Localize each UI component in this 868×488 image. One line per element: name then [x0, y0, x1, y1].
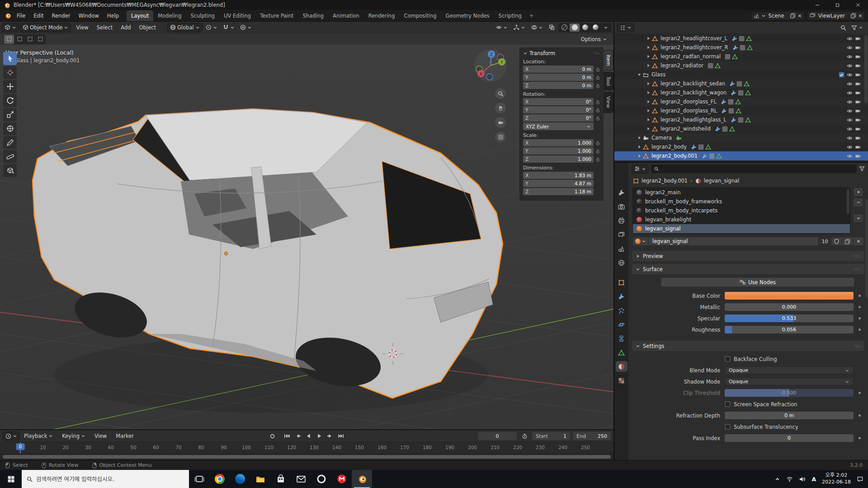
taskbar-clock[interactable]: 오후 2:02 2022-06-18 — [822, 472, 851, 486]
gizmos-dropdown[interactable] — [511, 23, 528, 31]
expand-arrow-icon[interactable] — [646, 117, 651, 122]
checkbox-screen-space-refraction[interactable] — [725, 401, 731, 407]
taskbar-search-input[interactable] — [36, 476, 184, 483]
rotation-mode-dropdown[interactable]: XYZ Euler — [523, 122, 594, 130]
transform-rotation-field[interactable]: X0° — [523, 98, 594, 105]
taskbar-app-blender[interactable] — [352, 470, 372, 488]
checkbox-backface-culling[interactable] — [725, 356, 731, 362]
shading-solid-button[interactable] — [570, 23, 580, 32]
taskbar-app-mail[interactable] — [291, 470, 311, 488]
play-reverse-button[interactable] — [304, 432, 314, 441]
hide-eye-toggle[interactable] — [847, 144, 853, 150]
material-slot-legvan-brakelight[interactable]: legvan_brakelight — [633, 215, 850, 224]
camera-visibility-toggle[interactable] — [855, 54, 861, 60]
lock-open-icon[interactable] — [595, 141, 600, 145]
expand-arrow-icon[interactable] — [646, 108, 651, 113]
gizmo-neg-z-ball[interactable] — [486, 74, 493, 80]
timeline-editor-type-button[interactable] — [3, 432, 20, 441]
outliner-item-legran2-backlight-sedan[interactable]: legran2_backlight_sedan — [614, 79, 868, 88]
slot-list-scrollbar[interactable] — [847, 189, 849, 214]
properties-editor-type-button[interactable] — [632, 164, 649, 174]
outliner-filter-button[interactable] — [849, 24, 865, 32]
gizmo-x-label[interactable]: X — [480, 71, 483, 76]
transform-location-field[interactable]: Y0 m — [523, 74, 594, 81]
expand-arrow-icon[interactable] — [646, 63, 651, 68]
overlays-dropdown[interactable] — [529, 23, 545, 31]
camera-visibility-toggle[interactable] — [855, 63, 861, 69]
taskbar-app-ring[interactable] — [311, 470, 331, 488]
camera-visibility-toggle[interactable] — [855, 108, 861, 114]
sidebar-tab-tool[interactable]: Tool — [604, 72, 613, 90]
workspace-tab-scripting[interactable]: Scripting — [494, 10, 526, 21]
camera-visibility-toggle[interactable] — [855, 126, 861, 132]
material-slot-bruckell-m-body-frameworks[interactable]: bruckell_m_body_frameworks — [633, 197, 850, 206]
object-visibility-dropdown[interactable] — [494, 23, 510, 31]
outliner-item-legran2-doorglass-fl[interactable]: legran2_doorglass_FL — [614, 97, 868, 106]
workspace-tab-compositing[interactable]: Compositing — [399, 10, 441, 21]
action-center-icon[interactable] — [857, 476, 863, 483]
properties-search-input[interactable] — [661, 166, 854, 172]
properties-tab-texture[interactable] — [616, 375, 627, 386]
animate-dot[interactable] — [859, 437, 861, 439]
lock-open-icon[interactable] — [595, 67, 600, 72]
previous-keyframe-button[interactable] — [293, 432, 303, 441]
properties-tab-output[interactable] — [616, 215, 627, 226]
transform-dimensions-field[interactable]: X1.83 m — [523, 172, 594, 179]
navigation-gizmo[interactable]: Z Y X — [473, 48, 508, 83]
workspace-tab-layout[interactable]: Layout — [127, 10, 153, 21]
pan-hand-button[interactable] — [495, 103, 506, 113]
viewport-menu-select[interactable]: Select — [93, 23, 117, 32]
new-viewlayer-icon[interactable] — [850, 13, 856, 19]
shading-material-button[interactable] — [580, 23, 590, 32]
jump-to-start-button[interactable] — [282, 432, 292, 441]
start-button[interactable] — [0, 470, 22, 488]
properties-tab-tool[interactable] — [616, 187, 627, 198]
slider-roughness[interactable]: 0.056 — [725, 326, 854, 333]
viewport-menu-add[interactable]: Add — [117, 23, 135, 32]
panel-grip-icon[interactable] — [594, 52, 600, 55]
camera-visibility-toggle[interactable] — [855, 72, 861, 78]
material-slot-legvan-signal[interactable]: legvan_signal — [633, 224, 850, 233]
transform-location-field[interactable]: Z0 m — [523, 82, 594, 89]
shading-rendered-button[interactable] — [590, 23, 600, 32]
use-nodes-button[interactable]: Use Nodes — [661, 277, 854, 287]
outliner-item-legran2-headlightglass-l[interactable]: legran2_headlightglass_L — [614, 115, 868, 124]
tool-annotate[interactable] — [3, 136, 17, 149]
transform-dimensions-field[interactable]: Z1.18 m — [523, 188, 594, 195]
expand-arrow-icon[interactable] — [637, 136, 642, 140]
select-mode-new[interactable] — [4, 35, 14, 44]
expand-arrow-icon[interactable] — [646, 99, 651, 104]
select-mode-intersect[interactable] — [35, 35, 45, 44]
expand-arrow-icon[interactable] — [637, 72, 642, 77]
expand-arrow-icon[interactable] — [637, 145, 642, 149]
tool-measure[interactable] — [3, 150, 17, 163]
outliner-item-legran2-body[interactable]: legran2_body — [614, 142, 868, 151]
taskbar-app-store[interactable] — [270, 470, 291, 488]
unlink-scene-icon[interactable] — [797, 14, 802, 18]
close-button[interactable] — [848, 0, 868, 10]
sidebar-tab-item[interactable]: Item — [604, 50, 613, 70]
material-slot-legran2-main[interactable]: legran2_main — [633, 188, 850, 197]
hide-eye-toggle[interactable] — [847, 36, 853, 42]
lock-open-icon[interactable] — [595, 157, 600, 162]
hide-eye-toggle[interactable] — [847, 72, 853, 78]
browse-material-button[interactable] — [632, 237, 649, 246]
scene-selector[interactable]: Scene — [751, 11, 805, 20]
outliner-item-legran2-radiator[interactable]: legran2_radiator — [614, 61, 868, 70]
tool-transform[interactable] — [3, 122, 17, 135]
lock-open-icon[interactable] — [595, 108, 600, 113]
add-material-slot-button[interactable] — [853, 188, 863, 197]
timeline-menu-view[interactable]: View — [90, 432, 111, 440]
properties-tab-constraints[interactable] — [616, 333, 627, 344]
expand-arrow-icon[interactable] — [646, 81, 651, 86]
fake-user-toggle[interactable] — [831, 237, 842, 246]
minimize-button[interactable] — [807, 0, 827, 10]
transform-scale-field[interactable]: Y1.000 — [523, 147, 594, 155]
proportional-editing-button[interactable] — [238, 23, 254, 31]
hide-eye-toggle[interactable] — [847, 45, 853, 51]
transform-location-field[interactable]: X0 m — [523, 66, 594, 73]
menu-window[interactable]: Window — [74, 12, 103, 20]
hide-eye-toggle[interactable] — [847, 108, 853, 114]
ortho-grid-button[interactable] — [495, 131, 506, 142]
properties-tab-view-layer[interactable] — [616, 229, 627, 240]
